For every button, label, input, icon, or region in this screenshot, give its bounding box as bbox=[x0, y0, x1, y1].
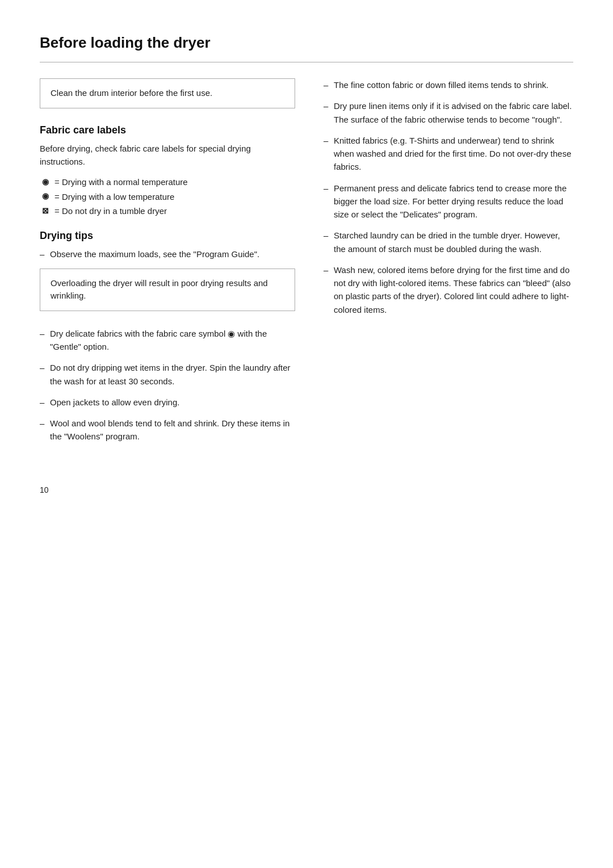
drying-tips-heading: Drying tips bbox=[40, 230, 295, 242]
right-tips-list: The fine cotton fabric or down filled it… bbox=[324, 78, 573, 316]
right-column: The fine cotton fabric or down filled it… bbox=[324, 78, 573, 451]
right-tip-permanent: Permanent press and delicate fabrics ten… bbox=[324, 182, 573, 221]
right-tip-starch-text: Starched laundry can be dried in the tum… bbox=[334, 230, 560, 253]
tip-delicate: Dry delicate fabrics with the fabric car… bbox=[40, 327, 295, 354]
drying-tips-first: Observe the maximum loads, see the "Prog… bbox=[40, 248, 295, 261]
drum-clean-note: Clean the drum interior before the first… bbox=[40, 78, 295, 108]
symbol-no-dry: ⊠ = Do not dry in a tumble dryer bbox=[40, 204, 295, 219]
normal-temp-icon: ◉ bbox=[40, 177, 51, 188]
overload-warning-box: Overloading the dryer will result in poo… bbox=[40, 269, 295, 311]
symbol-normal: ◉ = Drying with a normal temperature bbox=[40, 175, 295, 190]
symbol-normal-text: = Drying with a normal temperature bbox=[54, 175, 188, 190]
tip-jackets: Open jackets to allow even drying. bbox=[40, 396, 295, 409]
left-column: Clean the drum interior before the first… bbox=[40, 78, 295, 451]
page-number: 10 bbox=[40, 485, 573, 494]
tip-observe-text: Observe the maximum loads, see the "Prog… bbox=[50, 249, 259, 259]
tip-wool: Wool and wool blends tend to felt and sh… bbox=[40, 417, 295, 443]
right-tip-cotton-text: The fine cotton fabric or down filled it… bbox=[334, 80, 549, 90]
right-tip-starch: Starched laundry can be dried in the tum… bbox=[324, 229, 573, 255]
low-temp-icon: ◉ bbox=[40, 191, 51, 202]
right-tip-permanent-text: Permanent press and delicate fabrics ten… bbox=[334, 183, 566, 220]
fabric-care-intro: Before drying, check fabric care labels … bbox=[40, 142, 295, 169]
tip-delicate-text: Dry delicate fabrics with the fabric car… bbox=[50, 329, 267, 351]
tip-wet-text: Do not dry dripping wet items in the dry… bbox=[50, 363, 291, 385]
page-title: Before loading the dryer bbox=[40, 34, 573, 52]
right-tip-knitted-text: Knitted fabrics (e.g. T-Shirts and under… bbox=[334, 136, 572, 172]
symbol-list: ◉ = Drying with a normal temperature ◉ =… bbox=[40, 175, 295, 219]
right-tip-colored: Wash new, colored items before drying fo… bbox=[324, 263, 573, 316]
main-content: Clean the drum interior before the first… bbox=[40, 78, 573, 451]
tip-wool-text: Wool and wool blends tend to felt and sh… bbox=[50, 418, 289, 441]
symbol-low: ◉ = Drying with a low temperature bbox=[40, 190, 295, 204]
right-tip-linen: Dry pure linen items only if it is advis… bbox=[324, 99, 573, 126]
symbol-no-dry-text: = Do not dry in a tumble dryer bbox=[54, 204, 167, 219]
right-tip-cotton: The fine cotton fabric or down filled it… bbox=[324, 78, 573, 91]
symbol-low-text: = Drying with a low temperature bbox=[54, 190, 174, 204]
no-dry-icon: ⊠ bbox=[40, 206, 51, 217]
right-tip-colored-text: Wash new, colored items before drying fo… bbox=[334, 265, 570, 315]
title-divider bbox=[40, 62, 573, 62]
tip-item-observe: Observe the maximum loads, see the "Prog… bbox=[40, 248, 295, 261]
drum-clean-text: Clean the drum interior before the first… bbox=[51, 88, 212, 98]
right-tip-knitted: Knitted fabrics (e.g. T-Shirts and under… bbox=[324, 134, 573, 174]
tip-wet: Do not dry dripping wet items in the dry… bbox=[40, 361, 295, 388]
drying-tips-more: Dry delicate fabrics with the fabric car… bbox=[40, 327, 295, 443]
fabric-care-heading: Fabric care labels bbox=[40, 124, 295, 136]
right-tip-linen-text: Dry pure linen items only if it is advis… bbox=[334, 101, 572, 124]
tip-jackets-text: Open jackets to allow even drying. bbox=[50, 397, 179, 407]
overload-warning-text: Overloading the dryer will result in poo… bbox=[51, 278, 268, 301]
